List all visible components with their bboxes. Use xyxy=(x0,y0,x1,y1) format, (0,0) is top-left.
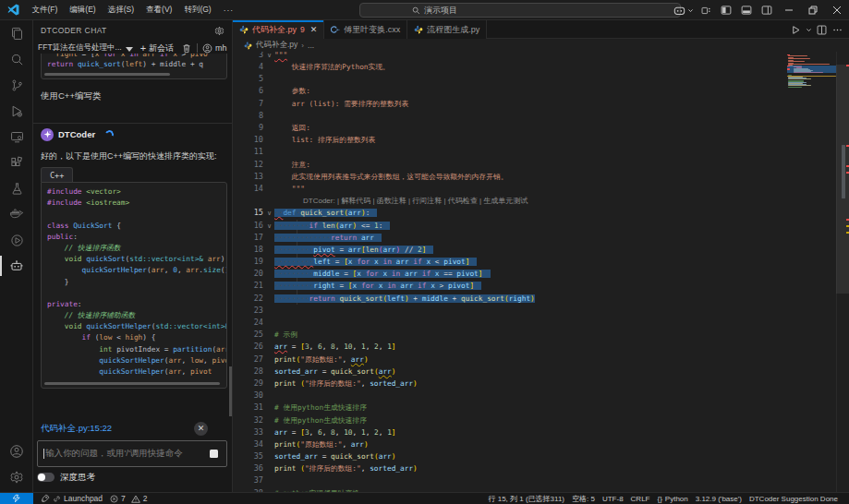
activity-bar-item-run-circle[interactable] xyxy=(0,227,33,253)
horizontal-scrollbar[interactable] xyxy=(44,73,170,76)
close-button[interactable] xyxy=(825,0,849,20)
activity-bar-item-manage[interactable] xyxy=(0,464,33,490)
menu-view[interactable]: 查看(V) xyxy=(140,0,178,19)
code-token: , xyxy=(353,428,361,437)
tab-label: 代码补全.py xyxy=(252,24,297,36)
minimize-button[interactable] xyxy=(777,0,801,20)
editor-tab[interactable]: 傅里叶变换.cxx xyxy=(324,20,407,39)
line-number: 30 xyxy=(233,390,263,402)
selection-highlight: ··def·quick_sort(arr): xyxy=(274,209,370,217)
cursor-position[interactable]: 行 15, 列 1 (已选择311) xyxy=(484,494,568,504)
code-token: : xyxy=(366,209,370,217)
toggle-panel-icon[interactable] xyxy=(736,0,757,20)
problems-item[interactable]: 7 2 xyxy=(110,494,147,503)
menu-selection[interactable]: 选择(S) xyxy=(102,0,139,19)
fold-chevron-icon[interactable]: ∨ xyxy=(267,52,272,61)
remote-indicator[interactable] xyxy=(0,493,33,504)
code-token: in xyxy=(387,282,395,290)
code-token: left xyxy=(126,60,143,68)
tab-problem-badge: 9 xyxy=(300,25,305,34)
horizontal-scrollbar[interactable] xyxy=(44,382,220,385)
dtcoder-status[interactable]: DTCoder Suggestion Done xyxy=(746,495,842,503)
language-mode[interactable]: {}Python xyxy=(653,495,691,503)
fold-chevron-icon[interactable]: ∨ xyxy=(267,207,272,219)
chat-history[interactable]: right = [x for x in arr if x > pivoretur… xyxy=(33,54,232,417)
code-token: if xyxy=(82,333,91,342)
activity-bar-item-extensions[interactable] xyxy=(0,150,33,175)
chevron-down-icon[interactable] xyxy=(126,47,133,52)
code-token: arr xyxy=(348,246,361,254)
run-button[interactable] xyxy=(788,20,804,39)
activity-bar-item-account[interactable] xyxy=(0,438,33,464)
fold-chevron-icon[interactable]: ∨ xyxy=(267,220,272,232)
tab-close-icon[interactable]: ✕ xyxy=(310,25,318,34)
editor-tab[interactable]: 代码补全.py9✕ xyxy=(233,20,324,39)
code-token xyxy=(47,333,82,342)
code-token: arr xyxy=(400,282,413,290)
new-chat-button[interactable]: +新会话 xyxy=(140,42,174,54)
editor-more-actions-icon[interactable] xyxy=(830,20,845,39)
sidebar-scrollbar[interactable] xyxy=(229,366,232,416)
context-close-icon[interactable]: ✕ xyxy=(194,422,208,436)
line-number: 26 xyxy=(233,341,263,353)
indentation[interactable]: 空格: 5 xyxy=(568,494,599,504)
code-token: std::vector<int>& xyxy=(155,322,227,330)
toggle-secondary-sidebar-icon[interactable] xyxy=(757,0,777,20)
activity-bar-item-explorer[interactable] xyxy=(0,20,33,46)
line-number: 27 xyxy=(233,354,263,366)
search-icon xyxy=(412,6,420,15)
codelens-actions[interactable]: DTCoder: | 解释代码 | 函数注释 | 行间注释 | 代码检查 | 生… xyxy=(303,195,528,207)
code-token: 10 xyxy=(344,428,352,437)
code-token: # 使用python生成快速排序 xyxy=(274,416,367,425)
activity-bar-item-run-debug[interactable] xyxy=(0,98,33,124)
code-token: == xyxy=(443,270,452,278)
menu-goto[interactable]: 转到(G) xyxy=(178,0,217,19)
code-token: quick_sort xyxy=(331,452,374,461)
code-token: , xyxy=(309,428,318,437)
cpp-file-icon xyxy=(331,25,340,34)
gear-icon[interactable] xyxy=(214,26,224,36)
activity-bar-item-search[interactable] xyxy=(0,46,33,72)
breadcrumb[interactable]: 代码补全.py › ... xyxy=(233,39,849,52)
restore-button[interactable] xyxy=(801,0,825,20)
selection-highlight: ·········pivot·=·arr[len(arr)·//·2] xyxy=(274,246,426,254)
run-dropdown-chevron-icon[interactable] xyxy=(804,20,814,39)
code-token: sorted_arr xyxy=(370,464,413,473)
activity-bar-item-docker[interactable] xyxy=(0,201,33,227)
code-token: ] xyxy=(479,270,483,278)
editor-tab[interactable]: 流程图生成.py xyxy=(407,20,487,39)
minimap[interactable] xyxy=(787,52,836,492)
code-editor[interactable]: 3∨"""4 快速排序算法的Python实现。56 参数:7 arr (list… xyxy=(233,52,849,492)
code-token: "原始数组:" xyxy=(300,440,342,449)
activity-bar-item-testing[interactable] xyxy=(0,175,33,201)
menu-edit[interactable]: 编辑(E) xyxy=(64,0,102,19)
activity-bar-item-dtcoder[interactable] xyxy=(0,253,33,279)
chat-input[interactable]: 输入你的问题，或用'/'调用快捷命令 xyxy=(37,440,227,467)
context-file-link[interactable]: 代码补全.py:15:22 xyxy=(41,423,194,435)
deep-think-toggle[interactable] xyxy=(37,473,55,482)
copilot-icon[interactable] xyxy=(672,0,696,20)
python-interpreter[interactable]: 3.12.9 ('base') xyxy=(692,495,746,503)
encoding[interactable]: UTF-8 xyxy=(599,495,627,503)
activity-bar-item-remote-explorer[interactable] xyxy=(0,124,33,150)
stop-generation-button[interactable] xyxy=(210,450,218,458)
menu-more[interactable]: ··· xyxy=(217,0,240,19)
toggle-sidebar-icon[interactable] xyxy=(716,0,736,20)
code-token: for xyxy=(357,258,370,266)
eol[interactable]: CRLF xyxy=(627,495,654,503)
trash-icon[interactable] xyxy=(182,43,191,54)
code-language-tab[interactable]: C++ xyxy=(41,167,73,182)
session-title[interactable]: FFT算法在信号处理中... xyxy=(38,42,122,54)
code-line: #include <vector> xyxy=(47,186,226,198)
command-center-search[interactable]: 演示项目 xyxy=(359,3,681,18)
minimap-line xyxy=(788,87,802,88)
account-icon[interactable] xyxy=(202,43,212,54)
launchpad-item[interactable]: Launchpad xyxy=(41,494,103,503)
activity-bar-item-source-control[interactable] xyxy=(0,72,33,98)
customize-layout-icon[interactable] xyxy=(696,0,716,20)
menu-file[interactable]: 文件(F) xyxy=(26,0,64,19)
split-editor-icon[interactable] xyxy=(814,20,830,39)
user-message: 使用C++编写类 xyxy=(41,90,224,102)
code-token: , xyxy=(379,428,387,437)
line-number: 22 xyxy=(233,293,263,305)
